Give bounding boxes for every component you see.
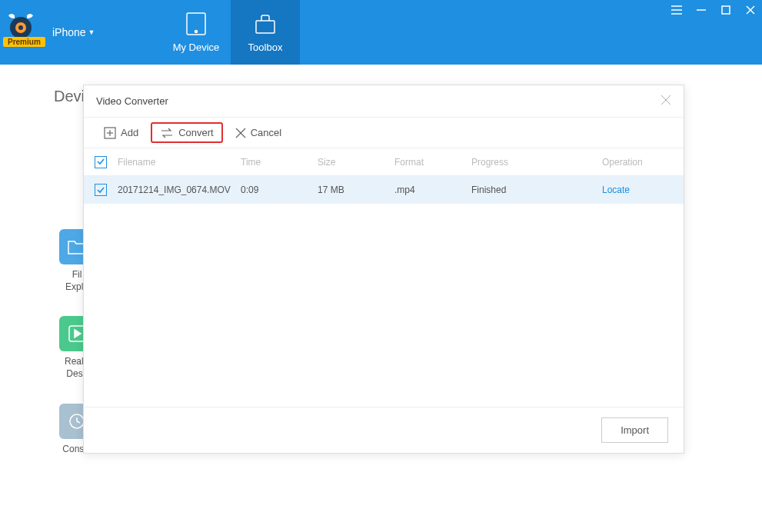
cell-operation: Locate [602, 185, 684, 195]
header-checkbox-cell [95, 156, 118, 168]
convert-button[interactable]: Convert [151, 122, 223, 143]
title-bar: Premium iPhone ▼ My Device Toolbox [0, 0, 762, 65]
svg-rect-10 [722, 6, 730, 14]
add-label: Add [121, 127, 138, 138]
device-selector-label: iPhone [52, 26, 86, 38]
chevron-down-icon: ▼ [88, 28, 95, 36]
modal-footer: Import [84, 407, 684, 453]
tab-label: Toolbox [248, 42, 283, 53]
premium-badge: Premium [3, 37, 45, 47]
minimize-icon[interactable] [694, 3, 708, 17]
col-time: Time [241, 157, 318, 168]
logo-area: Premium iPhone ▼ [0, 0, 161, 65]
tab-my-device[interactable]: My Device [161, 0, 231, 65]
close-icon[interactable] [744, 3, 757, 17]
device-selector[interactable]: iPhone ▼ [52, 26, 95, 38]
cancel-button[interactable]: Cancel [226, 122, 291, 143]
select-all-checkbox[interactable] [95, 156, 107, 168]
menu-icon[interactable] [670, 3, 684, 17]
modal-header: Video Converter [84, 85, 684, 118]
modal-close-button[interactable] [661, 95, 671, 108]
import-button[interactable]: Import [601, 417, 668, 443]
svg-point-4 [195, 30, 198, 32]
col-format: Format [394, 157, 471, 168]
maximize-icon[interactable] [719, 3, 733, 17]
tab-toolbox[interactable]: Toolbox [231, 0, 300, 65]
cell-format: .mp4 [394, 185, 471, 195]
cell-size: 17 MB [318, 185, 394, 195]
toolbox-icon [254, 12, 277, 35]
window-controls [670, 3, 757, 17]
tablet-icon [185, 12, 208, 35]
modal-title: Video Converter [96, 95, 168, 107]
cell-progress: Finished [471, 185, 602, 195]
col-filename: Filename [118, 157, 241, 168]
plus-square-icon [104, 127, 116, 139]
row-checkbox-cell [95, 184, 118, 196]
row-checkbox[interactable] [95, 184, 107, 196]
locate-link[interactable]: Locate [602, 185, 630, 195]
table-header: Filename Time Size Format Progress Opera… [84, 148, 684, 176]
svg-point-2 [18, 25, 23, 30]
tab-label: My Device [173, 42, 220, 53]
add-button[interactable]: Add [95, 122, 148, 144]
cell-filename: 20171214_IMG_0674.MOV [118, 185, 241, 195]
x-icon [235, 128, 246, 138]
convert-label: Convert [178, 127, 214, 138]
cancel-label: Cancel [251, 127, 281, 138]
col-operation: Operation [602, 157, 684, 168]
svg-rect-5 [256, 21, 275, 33]
col-progress: Progress [471, 157, 602, 168]
table-row[interactable]: 20171214_IMG_0674.MOV 0:09 17 MB .mp4 Fi… [84, 176, 684, 204]
modal-toolbar: Add Convert Cancel [84, 118, 684, 148]
cell-time: 0:09 [241, 185, 318, 195]
col-size: Size [318, 157, 394, 168]
swap-icon [160, 128, 174, 138]
video-converter-modal: Video Converter Add Convert Cancel Filen… [83, 85, 684, 454]
